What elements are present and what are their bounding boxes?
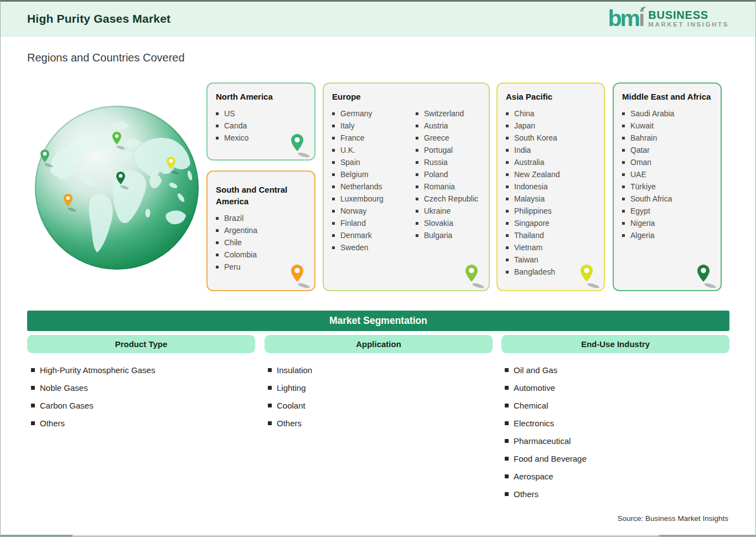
list-item: France [332, 132, 414, 144]
header-band: High Purity Gases Market bmi BUSINESS MA… [1, 2, 755, 37]
bullet-icon [416, 198, 418, 200]
bullet-icon [332, 149, 335, 152]
bullet-icon [216, 241, 219, 244]
globe-pin-middle-east-africa-icon [115, 171, 130, 190]
list-item: Philippines [506, 205, 597, 217]
bullet-icon [505, 474, 509, 478]
bmi-logo-mark: bmi [608, 10, 643, 28]
list-item: Oman [622, 156, 714, 168]
list-item: Thailand [506, 229, 597, 241]
logo-mark-bm: bm [608, 6, 639, 32]
bullet-icon [505, 368, 509, 372]
bullet-icon [622, 222, 625, 225]
list-item: Denmark [332, 229, 414, 241]
bullet-icon [416, 161, 418, 164]
bullet-icon [332, 246, 335, 249]
list-item: Italy [332, 120, 414, 132]
bullet-icon [332, 125, 335, 127]
list-item: Belgium [332, 168, 414, 180]
list-item: Austria [416, 120, 478, 132]
bullet-icon [216, 266, 219, 268]
bullet-icon [505, 404, 509, 407]
list-item: High-Purity Atmospheric Gases [31, 361, 155, 379]
list-item: Malaysia [506, 193, 597, 205]
globe-pin-asia-pacific-icon [165, 156, 180, 175]
list-item: Ukraine [416, 205, 478, 217]
bottom-edge-strip [73, 535, 659, 536]
bullet-icon [332, 161, 335, 164]
list-item: Automotive [505, 379, 587, 396]
region-card-title: Middle East and Africa [622, 91, 714, 102]
section-title: Regions and Countries Covered [27, 51, 185, 64]
list-item: India [506, 144, 597, 156]
region-card-middle-east-africa: Middle East and Africa Saudi Arabia Kuwa… [613, 82, 722, 291]
list-item: Luxembourg [332, 193, 414, 205]
bullet-icon [506, 125, 509, 127]
bullet-icon [416, 173, 418, 176]
bullet-icon [268, 368, 272, 372]
bullet-icon [506, 234, 509, 237]
bullet-icon [216, 125, 219, 127]
list-item: Poland [416, 168, 478, 180]
list-item: Others [268, 414, 312, 432]
bullet-icon [416, 185, 418, 188]
region-card-north-america: North America US Canda Mexico [206, 82, 315, 161]
bullet-icon [622, 125, 625, 127]
list-item: Finland [332, 217, 414, 229]
bullet-icon [31, 421, 35, 425]
bullet-icon [622, 234, 625, 237]
logo-market-insights-label: MARKET INSIGHTS [648, 21, 729, 28]
list-item: Slovakia [416, 217, 478, 229]
region-card-title: South and Central America [216, 184, 288, 207]
application-list: Insulation Lighting Coolant Others [268, 361, 312, 432]
bullet-icon [506, 259, 509, 261]
list-item: Greece [416, 132, 478, 144]
map-pin-icon [695, 264, 717, 289]
bullet-icon [216, 137, 219, 140]
bottom-edge-strip [1, 535, 73, 536]
list-item: Türkiye [622, 180, 714, 193]
product-type-list: High-Purity Atmospheric Gases Noble Gase… [31, 361, 155, 432]
bullet-icon [505, 439, 509, 443]
list-item: Carbon Gases [31, 396, 155, 414]
list-item: Qatar [622, 144, 714, 156]
list-item: Noble Gases [31, 379, 155, 396]
list-item: South Africa [622, 193, 714, 205]
list-item: Oil and Gas [505, 361, 587, 379]
bullet-icon [416, 222, 418, 225]
bullet-icon [506, 137, 509, 140]
bullet-icon [506, 222, 509, 225]
bullet-icon [332, 137, 335, 140]
list-item: Saudi Arabia [622, 107, 714, 120]
list-item: Indonesia [506, 180, 597, 193]
list-item: Czech Republic [416, 193, 478, 205]
list-item: Bahrain [622, 132, 714, 144]
list-item: Norway [332, 205, 414, 217]
list-item: Romania [416, 180, 478, 193]
bullet-icon [216, 112, 219, 115]
map-pin-icon [578, 264, 600, 289]
bullet-icon [332, 222, 335, 225]
bullet-icon [506, 271, 509, 273]
bullet-icon [505, 457, 509, 461]
list-item: Chemical [505, 396, 587, 414]
region-card-south-central-america: South and Central America Brazil Argenti… [206, 171, 315, 291]
segment-header-application: Application [265, 335, 493, 353]
region-country-list: Germany Italy France U.K. Spain Belgium … [330, 107, 414, 254]
list-item: Others [505, 485, 587, 503]
infographic-page: High Purity Gases Market bmi BUSINESS MA… [0, 0, 756, 537]
bullet-icon [416, 149, 418, 152]
logo-arrow-icon [641, 4, 646, 10]
list-item: Bulgaria [416, 229, 478, 241]
bullet-icon [506, 198, 509, 200]
list-item: Russia [416, 156, 478, 168]
list-item: Canda [216, 120, 308, 132]
list-item: Aerospace [505, 467, 587, 485]
bullet-icon [268, 421, 272, 425]
list-item: New Zealand [506, 168, 597, 180]
list-item: UAE [622, 168, 714, 180]
bullet-icon [216, 254, 219, 256]
list-item: Electronics [505, 414, 587, 432]
region-card-asia-pacific: Asia Pacific China Japan South Korea Ind… [496, 82, 605, 291]
list-item: Japan [506, 120, 597, 132]
